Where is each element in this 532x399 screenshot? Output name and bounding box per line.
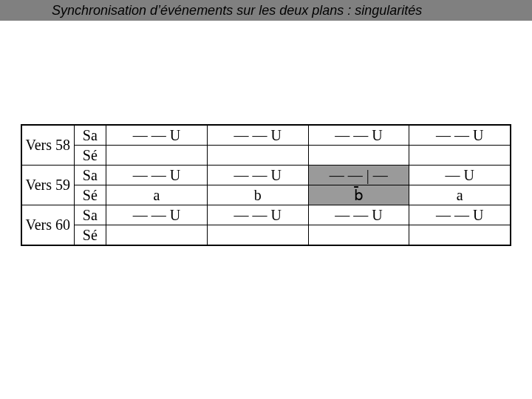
cell: — — U (207, 166, 308, 185)
cell: a (409, 185, 511, 205)
table: Vers 58 Sa — — U — — U — — U — — U Sé Ve… (21, 124, 511, 246)
b-bar-symbol: b̄ (354, 186, 364, 204)
plan-label-sa: Sa (74, 166, 106, 185)
cell: — — U (106, 205, 208, 225)
table-row: Sé a b b̄ a (21, 185, 511, 205)
metrical-table: Vers 58 Sa — — U — — U — — U — — U Sé Ve… (21, 124, 511, 246)
cell (308, 146, 409, 166)
cell (409, 225, 511, 246)
cell: b (207, 185, 308, 205)
page-title: Synchronisation d’événements sur les deu… (52, 3, 422, 18)
table-row: Sé (21, 146, 511, 166)
cell: — — U (106, 125, 208, 146)
cell (207, 225, 308, 246)
cell (207, 146, 308, 166)
cell: — — U (409, 125, 511, 146)
table-row: Sé (21, 225, 511, 246)
plan-label-se: Sé (74, 146, 106, 166)
cell (308, 225, 409, 246)
cell (106, 225, 208, 246)
vers-label: Vers 60 (21, 205, 74, 246)
plan-label-sa: Sa (74, 125, 106, 146)
cell-highlight: — — | — (308, 166, 409, 185)
vers-label: Vers 59 (21, 166, 74, 205)
plan-label-sa: Sa (74, 205, 106, 225)
cell: — — U (409, 205, 511, 225)
table-row: Vers 59 Sa — — U — — U — — | — — U (21, 166, 511, 185)
cell: — — U (106, 166, 208, 185)
cell: — — U (207, 125, 308, 146)
table-row: Vers 60 Sa — — U — — U — — U — — U (21, 205, 511, 225)
cell: — U (409, 166, 511, 185)
vers-label: Vers 58 (21, 125, 74, 166)
cell (409, 146, 511, 166)
plan-label-se: Sé (74, 185, 106, 205)
cell: — — U (207, 205, 308, 225)
cell: — — U (308, 125, 409, 146)
title-bar: Synchronisation d’événements sur les deu… (0, 0, 532, 21)
plan-label-se: Sé (74, 225, 106, 246)
table-row: Vers 58 Sa — — U — — U — — U — — U (21, 125, 511, 146)
cell: a (106, 185, 208, 205)
cell (106, 146, 208, 166)
cell-highlight: b̄ (308, 185, 409, 205)
cell: — — U (308, 205, 409, 225)
